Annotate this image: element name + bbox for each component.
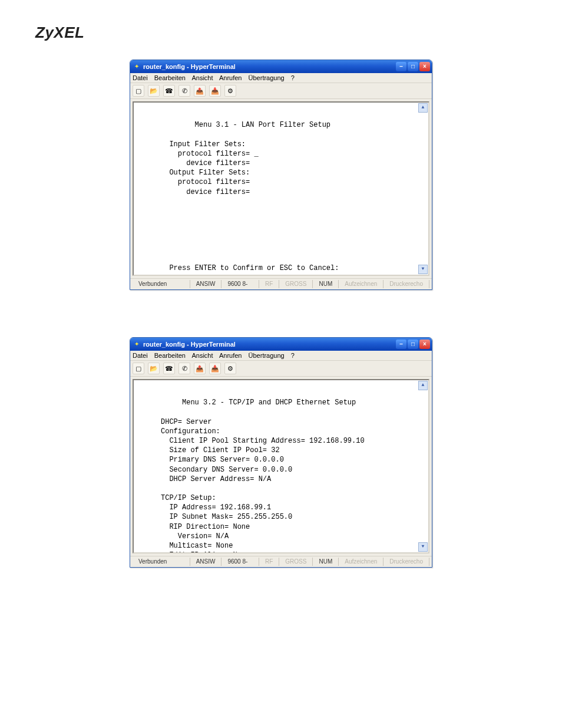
open-icon[interactable]: 📂 [148,85,160,97]
statusbar: Verbunden 02:09:24 ANSIW 9600 8-N-1 RF G… [130,278,432,289]
status-settings: 9600 8-N-1 [222,280,259,288]
status-connection: Verbunden 02:12:26 [133,558,190,566]
hyperterminal-window-2: ✦ router_konfig - HyperTerminal – □ × Da… [130,337,432,568]
menu-call[interactable]: Anrufen [219,352,242,359]
status-rec: Aufzeichnen [339,280,384,288]
terminal-output[interactable]: Menu 3.2 - TCP/IP and DHCP Ethernet Setu… [133,379,429,554]
menu-edit[interactable]: Bearbeiten [154,352,186,359]
status-rec: Aufzeichnen [339,558,384,566]
status-rf: RF [259,558,279,566]
send-icon[interactable]: 📤 [194,85,206,97]
titlebar: ✦ router_konfig - HyperTerminal – □ × [130,60,432,73]
minimize-button[interactable]: – [396,340,406,349]
toolbar: ▢ 📂 ☎ ✆ 📤 📥 ⚙ [130,83,432,99]
menu-help[interactable]: ? [291,352,295,359]
scroll-up-icon[interactable]: ▲ [418,381,428,390]
properties-icon[interactable]: ⚙ [224,85,236,97]
hyperterminal-window-1: ✦ router_konfig - HyperTerminal – □ × Da… [130,60,432,290]
disconnect-icon[interactable]: ✆ [178,363,190,374]
open-icon[interactable]: 📂 [148,363,160,374]
menu-file[interactable]: Datei [133,74,148,81]
status-detect: ANSIW [190,280,222,288]
menubar: Datei Bearbeiten Ansicht Anrufen Übertra… [130,73,432,83]
status-connection: Verbunden 02:09:24 [133,280,190,288]
status-echo: Druckerecho [384,558,429,566]
receive-icon[interactable]: 📥 [209,363,221,374]
menu-call[interactable]: Anrufen [219,74,242,81]
menubar: Datei Bearbeiten Ansicht Anrufen Übertra… [130,351,432,361]
properties-icon[interactable]: ⚙ [224,363,236,374]
menu-edit[interactable]: Bearbeiten [154,74,186,81]
maximize-button[interactable]: □ [408,340,418,349]
status-num: NUM [313,558,339,566]
close-button[interactable]: × [419,62,430,71]
status-echo: Druckerecho [384,280,429,288]
status-detect: ANSIW [190,558,222,566]
status-caps: GROSS [279,280,313,288]
terminal-output[interactable]: Menu 3.1 - LAN Port Filter Setup Input F… [133,101,429,276]
connect-icon[interactable]: ☎ [163,85,175,97]
status-num: NUM [313,280,339,288]
app-icon: ✦ [133,340,141,348]
status-caps: GROSS [279,558,313,566]
app-icon: ✦ [133,62,141,71]
menu-file[interactable]: Datei [133,352,148,359]
maximize-button[interactable]: □ [408,62,418,71]
menu-view[interactable]: Ansicht [191,74,213,81]
scroll-up-icon[interactable]: ▲ [418,103,428,113]
new-icon[interactable]: ▢ [133,363,144,374]
scroll-down-icon[interactable]: ▼ [418,542,428,552]
window-title: router_konfig - HyperTerminal [143,338,396,351]
window-title: router_konfig - HyperTerminal [143,60,396,73]
menu-transfer[interactable]: Übertragung [249,74,285,81]
scroll-down-icon[interactable]: ▼ [418,265,428,274]
status-settings: 9600 8-N-1 [222,558,259,566]
titlebar: ✦ router_konfig - HyperTerminal – □ × [130,338,432,351]
menu-view[interactable]: Ansicht [191,352,213,359]
close-button[interactable]: × [419,340,430,349]
disconnect-icon[interactable]: ✆ [178,85,190,97]
minimize-button[interactable]: – [396,62,406,71]
new-icon[interactable]: ▢ [133,85,144,97]
toolbar: ▢ 📂 ☎ ✆ 📤 📥 ⚙ [130,361,432,377]
status-rf: RF [259,280,279,288]
receive-icon[interactable]: 📥 [209,85,221,97]
menu-help[interactable]: ? [291,74,295,81]
statusbar: Verbunden 02:12:26 ANSIW 9600 8-N-1 RF G… [130,556,432,567]
brand-logo: ZyXEL [35,24,527,42]
menu-transfer[interactable]: Übertragung [249,352,285,359]
connect-icon[interactable]: ☎ [163,363,175,374]
send-icon[interactable]: 📤 [194,363,206,374]
